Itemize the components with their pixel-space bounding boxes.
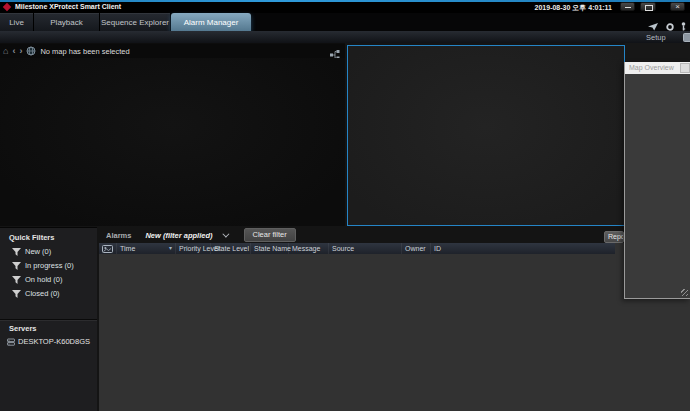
alarm-filter-dropdown[interactable]: New (filter applied) [145,231,212,240]
server-icon [7,338,15,346]
titlebar: Milestone XProtect Smart Client 2019-08-… [0,2,690,13]
panel-divider [0,319,97,321]
maximize-button[interactable] [640,2,656,11]
column-header-time[interactable]: Time ▾ [117,243,176,254]
map-status-message: No map has been selected [40,47,129,56]
column-header-priority-level[interactable]: Priority Level [176,243,211,254]
workspace-toolbar: Setup [0,31,690,43]
column-header-source[interactable]: Source [329,243,402,254]
alarm-preview-pane[interactable] [347,45,625,226]
funnel-icon [12,262,21,270]
quick-filters-panel: Quick Filters New (0) In progress (0) On… [0,227,97,411]
quick-filters-title: Quick Filters [9,233,54,242]
map-overview-body[interactable] [625,74,690,298]
map-overview-title: Map Overview [629,64,674,71]
column-header-owner[interactable]: Owner [402,243,431,254]
alarms-label: Alarms [106,231,131,240]
chevron-down-icon[interactable] [222,230,229,237]
reports-button[interactable]: Reports [604,231,624,243]
column-header-id[interactable]: ID [431,243,615,254]
setup-button[interactable]: Setup [646,33,666,42]
tab-alarm-manager[interactable]: Alarm Manager [171,13,251,31]
resize-grip[interactable] [681,289,688,296]
map-toolbar: ⌂ ‹ › No map has been selected [0,44,345,58]
server-item[interactable]: DESKTOP-K60D8GS [7,337,90,346]
funnel-icon [12,290,21,298]
column-header-state-name[interactable]: State Name [251,243,289,254]
tab-playback[interactable]: Playback [34,13,100,31]
alarm-table-header: Time ▾ Priority Level State Level State … [99,243,615,254]
milestone-logo-icon [3,3,11,11]
clock: 2019-08-30 오후 4:01:11 [535,3,612,13]
map-overview-header[interactable]: Map Overview [625,62,690,74]
alarms-toolbar: Alarms New (filter applied) Clear filter… [99,227,690,243]
map-overview-panel: Map Overview [624,62,690,299]
funnel-icon [12,248,21,256]
home-icon[interactable]: ⌂ [3,47,8,56]
clear-filter-button[interactable]: Clear filter [244,228,296,242]
panel-toggle-icon[interactable] [683,33,690,42]
map-overview-close-icon[interactable] [680,63,690,73]
tab-live[interactable]: Live [0,13,34,31]
tab-sequence-explorer[interactable]: Sequence Explorer [100,13,171,31]
funnel-icon [12,276,21,284]
app-window: Milestone XProtect Smart Client 2019-08-… [0,0,690,411]
map-canvas[interactable] [0,58,345,226]
forward-icon[interactable]: › [19,47,22,56]
filter-new[interactable]: New (0) [12,247,51,256]
column-header-message[interactable]: Message [289,243,329,254]
column-header-state-level[interactable]: State Level [211,243,251,254]
app-title: Milestone XProtect Smart Client [15,3,121,10]
map-pane: ⌂ ‹ › No map has been selected [0,43,345,226]
back-icon[interactable]: ‹ [12,47,15,56]
close-button[interactable]: × [670,2,685,11]
sort-descending-icon: ▾ [169,244,172,251]
alarm-list-body[interactable] [99,254,690,411]
minimize-button[interactable] [620,2,635,11]
tabbar: Live Playback Sequence Explorer Alarm Ma… [0,13,690,31]
filter-closed[interactable]: Closed (0) [12,289,60,298]
image-column-icon[interactable] [99,243,117,254]
filter-in-progress[interactable]: In progress (0) [12,261,74,270]
alarms-panel: Alarms New (filter applied) Clear filter… [99,227,690,411]
filter-on-hold[interactable]: On hold (0) [12,275,63,284]
workspace: ⌂ ‹ › No map has been selected Quick Fil… [0,43,690,411]
servers-title: Servers [9,324,37,333]
